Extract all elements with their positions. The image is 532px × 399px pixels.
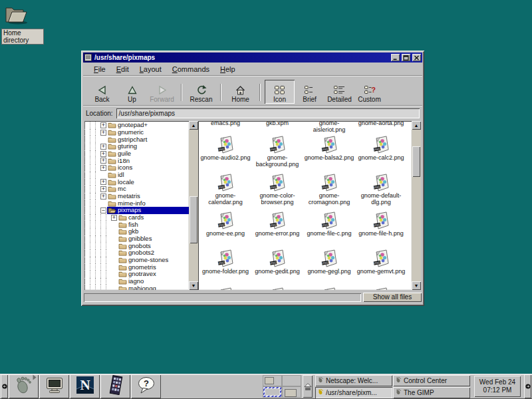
forward-button[interactable]: Forward: [147, 80, 177, 104]
tree-item-locale[interactable]: +locale: [84, 178, 189, 186]
show-all-files-button[interactable]: Show all files: [363, 293, 422, 302]
tree-item-iagno[interactable]: iagno: [84, 278, 189, 285]
tree-item-gnibbles[interactable]: gnibbles: [84, 235, 189, 243]
taskbar-task-button[interactable]: /usr/share/pixm...: [315, 387, 392, 398]
expand-plus-icon[interactable]: +: [100, 179, 106, 185]
file-item[interactable]: PNGgnome-gegl.png: [303, 249, 355, 285]
tree-guide-line: [106, 263, 111, 271]
tree-item-gnumeric[interactable]: +gnumeric: [84, 129, 189, 136]
file-item[interactable]: PNGgnome-gemvt.png: [355, 249, 407, 285]
tree-scrollbar[interactable]: ▲ ▼: [189, 121, 198, 290]
tree-item-guile[interactable]: +guile: [84, 150, 189, 158]
tree-item-main: metatris: [107, 193, 189, 200]
workspace-3-active[interactable]: [263, 386, 282, 398]
menu-file[interactable]: File: [88, 65, 111, 74]
expand-plus-icon[interactable]: +: [100, 158, 106, 164]
taskbar-task-button[interactable]: Netscape: Welc...: [315, 375, 392, 386]
file-item[interactable]: PNGgnome-background.png: [251, 135, 303, 171]
file-item[interactable]: PNGgnome-color-browser.png: [251, 173, 303, 209]
expand-plus-icon[interactable]: +: [100, 165, 106, 171]
tree-item-cards[interactable]: +cards: [84, 214, 189, 221]
tree-item-icons[interactable]: +icons: [84, 164, 189, 172]
collapse-minus-icon[interactable]: −: [100, 207, 106, 213]
launcher-netscape[interactable]: N: [70, 374, 100, 398]
tasklist-raise-button[interactable]: [303, 375, 313, 398]
panel-hide-right-button[interactable]: [524, 374, 531, 398]
scroll-up-arrow[interactable]: ▲: [189, 121, 198, 130]
scroll-down-arrow[interactable]: ▼: [412, 281, 421, 290]
pager-active-inner: [265, 388, 280, 396]
menu-edit[interactable]: Edit: [111, 65, 134, 74]
tree-item-metatris[interactable]: +metatris: [84, 193, 189, 200]
expand-plus-icon[interactable]: +: [100, 130, 106, 136]
scroll-track[interactable]: [189, 130, 198, 281]
window-titlebar[interactable]: /usr/share/pixmaps: [83, 53, 422, 63]
file-item[interactable]: PNGgnome-default-dlg.png: [355, 173, 407, 209]
maximize-button[interactable]: [402, 54, 410, 61]
file-item[interactable]: PNGgnome-file-c.png: [303, 211, 355, 247]
tree-item-i18n[interactable]: +i18n: [84, 157, 189, 164]
file-item[interactable]: gnome-aisleriot.png: [303, 121, 355, 133]
back-button[interactable]: Back: [87, 80, 117, 104]
tree-item-main: iagno: [118, 278, 189, 285]
taskbar-task-button[interactable]: The GIMP: [393, 387, 470, 398]
tree-item-mahjongg[interactable]: mahjongg: [84, 285, 189, 290]
tree-item-gturing[interactable]: +gturing: [84, 143, 189, 150]
launcher-keypad[interactable]: [100, 374, 130, 398]
minimize-button[interactable]: [391, 54, 400, 61]
up-button[interactable]: Up: [117, 80, 147, 104]
file-item[interactable]: PNGgnome-calc2.png: [355, 135, 407, 171]
home-button[interactable]: Home: [225, 80, 255, 104]
expand-plus-icon[interactable]: +: [100, 144, 106, 150]
taskbar-task-button[interactable]: Control Center: [393, 375, 470, 386]
file-item[interactable]: emacs.png: [200, 121, 251, 133]
workspace-4[interactable]: [282, 386, 301, 398]
workspace-2[interactable]: [282, 375, 301, 386]
scroll-down-arrow[interactable]: ▼: [189, 281, 198, 290]
launcher-terminal[interactable]: [39, 374, 69, 398]
file-item[interactable]: PNGgnome-calendar.png: [200, 173, 251, 209]
expand-plus-icon[interactable]: +: [100, 122, 106, 128]
file-item[interactable]: PNGgnome-cromagnon.png: [303, 173, 355, 209]
tree-item-gnome-stones[interactable]: gnome-stones: [84, 257, 189, 264]
file-item[interactable]: gkb.xpm: [251, 121, 303, 133]
close-button[interactable]: [412, 54, 421, 61]
custom-button[interactable]: ?Custom: [354, 80, 384, 104]
clock-date: Wed Feb 24: [479, 378, 515, 386]
menu-layout[interactable]: Layout: [134, 65, 167, 74]
file-item[interactable]: PNGgnome-balsa2.png: [303, 135, 355, 171]
file-item[interactable]: PNGgnome-gedit.png: [251, 249, 303, 285]
brief-button[interactable]: Brief: [295, 80, 325, 104]
scroll-thumb[interactable]: [412, 146, 420, 177]
workspace-1[interactable]: [263, 375, 282, 386]
tree-guide-line: [84, 200, 90, 207]
file-item[interactable]: PNGgnome-file-h.png: [355, 211, 407, 247]
file-item[interactable]: PNGgnome-folder.png: [200, 249, 251, 285]
workspace-pager[interactable]: [263, 375, 301, 398]
menu-help[interactable]: Help: [215, 65, 241, 74]
launcher-gnome-main-menu[interactable]: [9, 374, 39, 398]
launcher-help[interactable]: ?: [131, 374, 161, 398]
file-item[interactable]: PNGgnome-ee.png: [200, 211, 251, 247]
expand-plus-icon[interactable]: +: [100, 194, 106, 200]
expand-plus-icon[interactable]: +: [111, 215, 117, 221]
desktop-home-directory-icon[interactable]: Home directory: [1, 3, 44, 45]
scroll-track[interactable]: [412, 130, 421, 281]
window-menu-icon[interactable]: [84, 54, 92, 61]
tree-item-idl[interactable]: idl: [84, 172, 189, 179]
scroll-thumb[interactable]: [190, 196, 198, 243]
detailed-button[interactable]: Detailed: [325, 80, 354, 104]
file-item[interactable]: PNGgnome-audio2.png: [200, 135, 251, 171]
expand-plus-icon[interactable]: +: [100, 151, 106, 157]
scroll-up-arrow[interactable]: ▲: [412, 121, 421, 130]
panel-hide-left-button[interactable]: [1, 374, 8, 398]
menu-commands[interactable]: Commands: [167, 65, 215, 74]
file-item[interactable]: PNGgnome-error.png: [251, 211, 303, 247]
tree-guide-line: [100, 221, 106, 228]
rescan-button[interactable]: Rescan: [186, 80, 216, 104]
iconview-scrollbar[interactable]: ▲ ▼: [412, 121, 421, 290]
file-item[interactable]: gnome-aorta.png: [355, 121, 407, 133]
icon-button[interactable]: Icon: [265, 80, 295, 104]
location-input[interactable]: /usr/share/pixmaps: [116, 108, 420, 118]
expand-plus-icon[interactable]: +: [100, 186, 106, 192]
